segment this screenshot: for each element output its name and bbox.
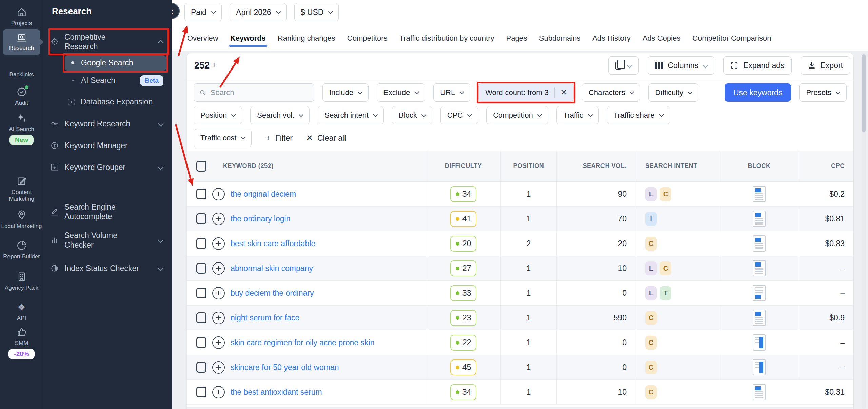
row-checkbox[interactable] xyxy=(196,263,206,274)
filter-chip-competition[interactable]: Competition xyxy=(486,106,548,124)
serp-block-icon[interactable] xyxy=(753,260,766,276)
columns-button[interactable]: Columns xyxy=(648,56,714,75)
add-keyword-icon[interactable]: + xyxy=(212,386,225,398)
use-keywords-button[interactable]: Use keywords xyxy=(725,83,791,102)
column-header-difficulty[interactable]: DIFFICULTY xyxy=(426,151,500,181)
sidebar-item-search-volume-checker[interactable]: Search Volume Checker xyxy=(50,228,167,252)
sidebar-item-agency-pack[interactable]: Agency Pack xyxy=(0,271,43,291)
tab-ads-copies[interactable]: Ads Copies xyxy=(643,34,681,49)
row-checkbox[interactable] xyxy=(196,189,206,199)
keyword-link[interactable]: night serum for face xyxy=(231,313,299,323)
filter-chip-traffic-share[interactable]: Traffic share xyxy=(607,106,670,124)
filter-chip-cpc[interactable]: CPC xyxy=(440,106,478,124)
row-checkbox[interactable] xyxy=(196,387,206,397)
remove-filter-icon[interactable]: ✕ xyxy=(560,88,567,97)
sidebar-item-keyword-research[interactable]: Keyword Research xyxy=(50,116,167,132)
sidebar-item-google-search[interactable]: Google Search xyxy=(65,55,166,71)
sidebar-item-smm[interactable]: SMM -20% xyxy=(0,327,43,359)
filter-chip-word-count-active[interactable]: Word count: from 3✕ xyxy=(478,83,574,102)
period-dropdown[interactable]: April 2026 xyxy=(230,3,287,21)
keyword-link[interactable]: skin care regimen for oily acne prone sk… xyxy=(231,338,374,347)
filter-chip-include[interactable]: Include xyxy=(322,83,369,102)
search-input[interactable] xyxy=(211,88,309,97)
keyword-link[interactable]: skincare for 50 year old woman xyxy=(231,363,339,372)
vertical-scrollbar[interactable] xyxy=(862,53,866,409)
row-checkbox[interactable] xyxy=(196,238,206,249)
serp-block-icon[interactable] xyxy=(753,384,766,400)
filter-chip-characters[interactable]: Characters xyxy=(582,83,640,102)
tab-ranking-changes[interactable]: Ranking changes xyxy=(278,34,335,49)
filter-chip-position[interactable]: Position xyxy=(194,106,242,124)
keyword-link[interactable]: the best antioxidant serum xyxy=(231,388,322,397)
serp-block-icon[interactable] xyxy=(753,334,766,351)
sidebar-item-ai-search[interactable]: AI Search New xyxy=(0,113,43,145)
tab-pages[interactable]: Pages xyxy=(506,34,527,49)
column-header-keyword[interactable]: KEYWORD (252) xyxy=(223,162,274,170)
column-header-search-intent[interactable]: SEARCH INTENT xyxy=(636,151,719,181)
keyword-link[interactable]: the ordinary login xyxy=(231,214,290,223)
sidebar-item-projects[interactable]: Projects xyxy=(0,7,43,27)
sidebar-item-report-builder[interactable]: Report Builder xyxy=(0,240,43,260)
sidebar-item-database-expansion[interactable]: Database Expansion xyxy=(65,94,173,110)
select-all-checkbox[interactable] xyxy=(196,161,206,172)
presets-dropdown[interactable]: Presets xyxy=(799,83,847,102)
add-keyword-icon[interactable]: + xyxy=(212,287,225,299)
export-button[interactable]: Export xyxy=(801,56,850,75)
sidebar-item-research[interactable]: Research xyxy=(3,29,40,55)
keyword-link[interactable]: abnormal skin company xyxy=(231,264,313,273)
keyword-link[interactable]: buy deciem the ordinary xyxy=(231,289,314,298)
copy-dropdown-button[interactable] xyxy=(608,56,639,75)
serp-block-icon[interactable] xyxy=(753,310,766,326)
sidebar-item-keyword-grouper[interactable]: Keyword Grouper xyxy=(50,159,167,175)
serp-block-icon[interactable] xyxy=(753,211,766,227)
serp-block-icon[interactable] xyxy=(753,186,766,202)
expand-ads-button[interactable]: Expand ads xyxy=(723,56,791,75)
currency-dropdown[interactable]: $ USD xyxy=(294,3,339,21)
sidebar-item-local-marketing[interactable]: Local Marketing xyxy=(0,210,43,230)
tab-competitors[interactable]: Competitors xyxy=(347,34,388,49)
sidebar-item-audit[interactable]: Audit xyxy=(0,86,43,106)
filter-chip-exclude[interactable]: Exclude xyxy=(377,83,425,102)
scrollbar-thumb[interactable] xyxy=(862,54,866,132)
tab-subdomains[interactable]: Subdomains xyxy=(539,34,580,49)
serp-block-icon[interactable] xyxy=(753,285,766,301)
row-checkbox[interactable] xyxy=(196,213,206,224)
tab-ads-history[interactable]: Ads History xyxy=(592,34,630,49)
sidebar-item-ai-search-sub[interactable]: AI Search Beta xyxy=(65,73,166,88)
column-header-cpc[interactable]: CPC xyxy=(799,151,853,181)
filter-chip-difficulty[interactable]: Difficulty xyxy=(648,83,698,102)
filter-chip-search-intent[interactable]: Search intent xyxy=(318,106,384,124)
row-checkbox[interactable] xyxy=(196,362,206,373)
row-checkbox[interactable] xyxy=(196,337,206,348)
sidebar-item-keyword-manager[interactable]: Keyword Manager xyxy=(50,138,167,153)
clear-all-button[interactable]: ✕Clear all xyxy=(306,133,346,143)
row-checkbox[interactable] xyxy=(196,288,206,298)
add-keyword-icon[interactable]: + xyxy=(212,312,225,324)
tab-overview[interactable]: Overview xyxy=(187,34,218,49)
add-keyword-icon[interactable]: + xyxy=(212,188,225,200)
column-header-position[interactable]: POSITION xyxy=(500,151,556,181)
filter-chip-block[interactable]: Block xyxy=(392,106,432,124)
add-keyword-icon[interactable]: + xyxy=(212,213,225,225)
sidebar-item-backlinks[interactable]: Backlinks xyxy=(0,71,43,78)
tab-keywords[interactable]: Keywords xyxy=(230,34,266,49)
sidebar-item-search-engine-autocomplete[interactable]: Search Engine Autocomplete xyxy=(50,199,167,224)
add-filter-button[interactable]: +Filter xyxy=(265,134,292,143)
sidebar-item-competitive-research[interactable]: Competitive Research xyxy=(50,30,167,54)
sidebar-item-index-status-checker[interactable]: Index Status Checker xyxy=(50,256,167,280)
add-keyword-icon[interactable]: + xyxy=(212,237,225,250)
tab-traffic-distribution[interactable]: Traffic distribution by country xyxy=(399,34,494,49)
add-keyword-icon[interactable]: + xyxy=(212,336,225,349)
serp-block-icon[interactable] xyxy=(753,359,766,375)
add-keyword-icon[interactable]: + xyxy=(212,361,225,374)
tab-competitor-comparison[interactable]: Competitor Comparison xyxy=(692,34,771,49)
sidebar-item-content-marketing[interactable]: Content Marketing xyxy=(0,176,43,202)
keyword-link[interactable]: best skin care affordable xyxy=(231,239,315,248)
add-keyword-icon[interactable]: + xyxy=(212,262,225,275)
info-icon[interactable]: i xyxy=(213,60,215,69)
filter-chip-search-vol[interactable]: Search vol. xyxy=(250,106,310,124)
column-header-search-vol[interactable]: SEARCH VOL. xyxy=(556,151,636,181)
filter-chip-traffic-cost[interactable]: Traffic cost xyxy=(194,129,252,147)
sidebar-item-api[interactable]: ❖ API xyxy=(0,302,43,322)
row-checkbox[interactable] xyxy=(196,312,206,323)
